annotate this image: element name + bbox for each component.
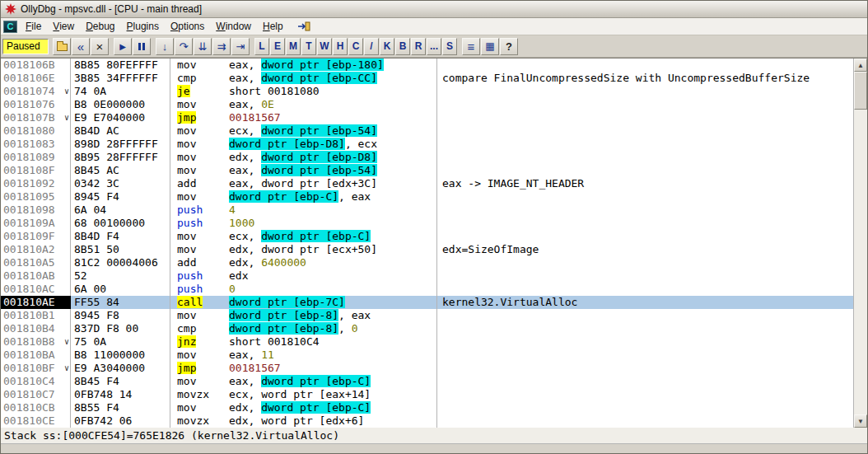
disasm-row[interactable]: 001810986A 04push4 [1, 204, 853, 217]
disasm-row[interactable]: 001810958945 F4movdword ptr [ebp-C], eax [1, 190, 853, 204]
disasm-row[interactable]: 00181083898D 28FFFFFFmovdword ptr [ebp-D… [1, 138, 853, 151]
menu-item-view[interactable]: View [47, 19, 80, 35]
menu-item-file[interactable]: File [20, 19, 47, 35]
disasm-row[interactable]: 001810A28B51 50movedx, dword ptr [ecx+50… [1, 243, 853, 256]
panel-cpu-button[interactable]: C [348, 38, 363, 55]
disasm-row[interactable]: 0018109A68 00100000push1000 [1, 217, 853, 230]
disasm-row[interactable]: 001810AB52pushedx [1, 269, 853, 283]
vertical-scrollbar[interactable]: ▲ ▼ [853, 59, 867, 428]
title-bar[interactable]: OllyDbg - mpsvc.dll - [CPU - main thread… [1, 1, 867, 18]
scrollbar-thumb[interactable] [854, 72, 867, 110]
address-cell: 00181095 [1, 190, 71, 204]
disasm-row[interactable]: 0018106E3B85 34FFFFFFcmpeax, dword ptr [… [1, 72, 853, 85]
mnemonic: jnz [177, 335, 229, 349]
window-title: OllyDbg - mpsvc.dll - [CPU - main thread… [21, 3, 202, 15]
address-cell: 0018106E [1, 72, 71, 85]
pause-button[interactable] [133, 38, 151, 55]
address-cell: 00181074∨ [1, 85, 71, 98]
menu-item-options[interactable]: Options [165, 19, 210, 35]
disasm-row[interactable]: 0018108F8B45 ACmoveax, dword ptr [ebp-54… [1, 164, 853, 177]
mnemonic: mov [177, 138, 229, 151]
disasm-row[interactable]: 001810B4837D F8 00cmpdword ptr [ebp-8], … [1, 322, 853, 335]
disasm-row[interactable]: 001810CE0FB742 06movzxedx, word ptr [edx… [1, 414, 853, 428]
close-program-button[interactable]: × [91, 38, 109, 55]
comment-cell [437, 59, 853, 72]
restart-button[interactable]: « [72, 38, 90, 55]
disasm-row[interactable]: 00181076B8 0E000000moveax, 0E [1, 98, 853, 111]
step-into-button[interactable]: ↓ [156, 38, 174, 55]
folder-icon [57, 44, 68, 51]
panel-executables-button[interactable]: E [270, 38, 285, 55]
animate-over-icon: ⇉ [217, 40, 226, 53]
disassembly-cell: movzxecx, word ptr [eax+14] [170, 388, 437, 401]
run-button[interactable]: ▶ [114, 38, 132, 55]
disassembly-cell: movdword ptr [ebp-D8], ecx [170, 138, 437, 151]
scroll-down-icon[interactable]: ▼ [854, 414, 867, 428]
animate-into-button[interactable]: ⇊ [194, 38, 212, 55]
panel-call-stack-button[interactable]: K [380, 38, 394, 55]
comment-cell [437, 98, 853, 111]
disasm-row[interactable]: 001810BF∨E9 A3040000jmp00181567 [1, 362, 853, 375]
question-icon: ? [506, 40, 512, 53]
disasm-row[interactable]: 001810AEFF55 84calldword ptr [ebp-7C]ker… [1, 296, 853, 309]
scroll-up-icon[interactable]: ▲ [854, 59, 867, 72]
disasm-row[interactable]: 001810A581C2 00004006addedx, 6400000 [1, 256, 853, 269]
bytes-cell: 8B45 AC [71, 164, 170, 177]
disasm-row[interactable]: 0018109F8B4D F4movecx, dword ptr [ebp-C] [1, 230, 853, 243]
address-cell: 001810AC [1, 283, 71, 296]
execute-till-return-button[interactable]: ⇥ [231, 38, 250, 55]
address-cell: 0018108F [1, 164, 71, 177]
windows-list-button[interactable]: ▦ [481, 38, 499, 55]
disasm-row[interactable]: 001810B8∨75 0Ajnzshort 001810C4 [1, 335, 853, 349]
scrollbar-track[interactable] [854, 110, 867, 414]
panel-source-button[interactable]: S [442, 38, 457, 55]
panel-references-button[interactable]: R [411, 38, 426, 55]
appearance-button[interactable]: ≡ [462, 38, 480, 55]
disassembly-pane[interactable]: 0018106B8B85 80FEFFFFmoveax, dword ptr [… [1, 59, 853, 428]
disasm-row[interactable]: 001810C48B45 F4moveax, dword ptr [ebp-C] [1, 375, 853, 388]
comment-cell [437, 401, 853, 414]
address-cell: 0018109A [1, 217, 71, 230]
disassembly-cell: movecx, dword ptr [ebp-C] [170, 230, 437, 243]
comment-cell [437, 230, 853, 243]
disasm-row[interactable]: 00181074∨74 0Ajeshort 00181080 [1, 85, 853, 98]
mnemonic: push [177, 217, 229, 230]
comment-cell [437, 217, 853, 230]
animate-into-icon: ⇊ [198, 40, 208, 53]
open-file-button[interactable] [53, 38, 71, 55]
step-over-button[interactable]: ↷ [175, 38, 193, 55]
comment-cell [437, 190, 853, 204]
comment-cell [437, 309, 853, 322]
menu-item-help[interactable]: Help [257, 19, 289, 35]
disasm-row[interactable]: 001810AC6A 00push0 [1, 283, 853, 296]
panel-handles-button[interactable]: H [333, 38, 348, 55]
exit-icon[interactable] [292, 20, 315, 34]
panel-memory-button[interactable]: M [286, 38, 301, 55]
menu-item-debug[interactable]: Debug [80, 19, 120, 35]
comment-cell [437, 322, 853, 335]
disasm-row[interactable]: 001810808B4D ACmovecx, dword ptr [ebp-54… [1, 124, 853, 138]
disasm-row[interactable]: 0018107B∨E9 E7040000jmp00181567 [1, 111, 853, 124]
menu-item-plugins[interactable]: Plugins [121, 19, 165, 35]
disasm-row[interactable]: 001810920342 3Caddeax, dword ptr [edx+3C… [1, 177, 853, 190]
disasm-row[interactable]: 0018106B8B85 80FEFFFFmoveax, dword ptr [… [1, 59, 853, 72]
disasm-row[interactable]: 001810BAB8 11000000moveax, 11 [1, 349, 853, 362]
disasm-row[interactable]: 001810898B95 28FFFFFFmovedx, dword ptr [… [1, 151, 853, 164]
disasm-row[interactable]: 001810B18945 F8movdword ptr [ebp-8], eax [1, 309, 853, 322]
panel-log-button[interactable]: L [254, 38, 269, 55]
panel-windows-button[interactable]: W [317, 38, 332, 55]
status-indicator: Paused [2, 39, 49, 54]
help-button[interactable]: ? [500, 38, 518, 55]
disasm-row[interactable]: 001810C70FB748 14movzxecx, word ptr [eax… [1, 388, 853, 401]
panel-run-trace-button[interactable]: ... [427, 38, 441, 55]
panel-patches-button[interactable]: / [364, 38, 379, 55]
animate-over-button[interactable]: ⇉ [212, 38, 231, 55]
mnemonic: je [177, 85, 229, 98]
panel-threads-button[interactable]: T [301, 38, 316, 55]
cpu-window-icon[interactable]: C [3, 21, 17, 33]
address-cell: 001810AE [1, 296, 71, 309]
disasm-row[interactable]: 001810CB8B55 F4movedx, dword ptr [ebp-C] [1, 401, 853, 414]
menu-item-window[interactable]: Window [210, 19, 257, 35]
bytes-cell: 8B85 80FEFFFF [71, 59, 170, 72]
panel-breakpoints-button[interactable]: B [395, 38, 410, 55]
